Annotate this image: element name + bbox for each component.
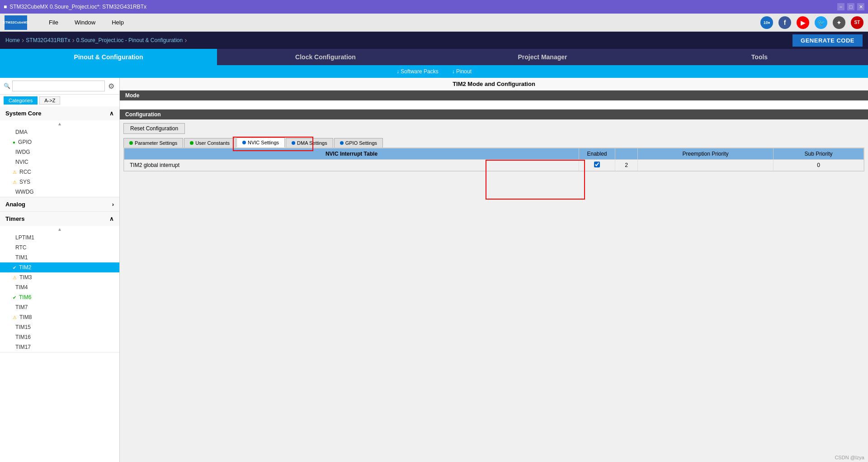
gpio-status-icon: ●	[13, 140, 15, 145]
sidebar-item-tim3[interactable]: ⚠ TIM3	[0, 272, 119, 282]
tab-clock[interactable]: Clock Configuration	[217, 49, 434, 65]
sidebar: 🔍 ⚙ Categories A->Z System Core ∧ ▲ DMA	[0, 78, 120, 462]
tim8-status-icon: ⚠	[13, 315, 17, 320]
timers-scroll-up: ▲	[0, 226, 119, 233]
system-core-header[interactable]: System Core ∧	[0, 106, 119, 120]
tab-project[interactable]: Project Manager	[434, 49, 651, 65]
sidebar-item-rtc[interactable]: RTC	[0, 243, 119, 252]
tab-gpio-settings[interactable]: GPIO Settings	[334, 138, 383, 148]
tim2-status-icon: ✔	[13, 265, 16, 270]
config-section-header: Configuration	[120, 110, 868, 119]
sidebar-item-tim2[interactable]: ✔ TIM2	[0, 262, 119, 272]
settings-icon[interactable]: ⚙	[107, 81, 116, 90]
help-menu[interactable]: Help	[108, 17, 127, 28]
enabled-cell	[579, 160, 615, 171]
file-menu[interactable]: File	[45, 17, 62, 28]
sidebar-item-tim17[interactable]: TIM17	[0, 342, 119, 352]
analog-header[interactable]: Analog ›	[0, 197, 119, 211]
search-icon: 🔍	[4, 83, 10, 89]
content-area: TIM2 Mode and Configuration Mode Configu…	[120, 78, 868, 462]
youtube-icon[interactable]: ▶	[797, 16, 809, 29]
search-input[interactable]	[12, 81, 105, 91]
sidebar-item-tim7[interactable]: TIM7	[0, 302, 119, 312]
main-area: 🔍 ⚙ Categories A->Z System Core ∧ ▲ DMA	[0, 78, 868, 462]
tab-pinout[interactable]: Pinout & Configuration	[0, 49, 217, 65]
sidebar-item-tim6[interactable]: ✔ TIM6	[0, 292, 119, 302]
param-tab-dot	[129, 141, 133, 145]
enabled-checkbox[interactable]	[594, 162, 600, 167]
app-title: ■ STM32CubeMX 0.Soure_Project.ioc*: STM3…	[4, 4, 146, 10]
rcc-status-icon: ⚠	[13, 170, 17, 175]
sys-status-icon: ⚠	[13, 180, 17, 185]
menu-bar: STM32 CubeMX File Window Help 10♦ f ▶ 🐦 …	[0, 14, 868, 32]
network-icon[interactable]: ✦	[833, 16, 845, 29]
value-cell: 2	[615, 160, 638, 171]
nvic-table: NVIC Interrupt Table Enabled Preemption …	[124, 148, 864, 171]
categories-tab[interactable]: Categories	[4, 96, 38, 105]
tab-dma-settings[interactable]: DMA Settings	[286, 138, 333, 148]
close-button[interactable]: ✕	[857, 3, 864, 10]
category-tabs: Categories A->Z	[0, 95, 119, 106]
sub-priority-cell: 0	[774, 160, 864, 171]
sub-nav: ↓ Software Packs ↓ Pinout	[0, 65, 868, 78]
sidebar-item-tim16[interactable]: TIM16	[0, 332, 119, 342]
sidebar-item-dma[interactable]: DMA	[0, 127, 119, 137]
generate-code-button[interactable]: GENERATE CODE	[793, 34, 863, 47]
nvic-table-container: NVIC Interrupt Table Enabled Preemption …	[123, 148, 864, 171]
enabled-col-header: Enabled	[579, 148, 615, 160]
st-icon[interactable]: ST	[851, 16, 863, 29]
user-const-tab-dot	[190, 141, 193, 145]
sidebar-item-lptim1[interactable]: LPTIM1	[0, 233, 119, 243]
mode-section-body	[120, 100, 868, 110]
dma-tab-dot	[292, 141, 295, 145]
tim3-status-icon: ⚠	[13, 275, 17, 280]
tab-nvic-settings[interactable]: NVIC Settings	[236, 138, 285, 148]
nvic-table-title: NVIC Interrupt Table	[124, 148, 579, 160]
app-logo: STM32 CubeMX	[5, 15, 27, 30]
minimize-button[interactable]: −	[837, 3, 844, 10]
facebook-icon[interactable]: f	[778, 16, 791, 29]
sidebar-item-iwdg[interactable]: IWDG	[0, 147, 119, 157]
sidebar-item-tim15[interactable]: TIM15	[0, 322, 119, 332]
sidebar-item-tim4[interactable]: TIM4	[0, 282, 119, 292]
sidebar-group-analog: Analog ›	[0, 197, 119, 212]
title-bar: ■ STM32CubeMX 0.Soure_Project.ioc*: STM3…	[0, 0, 868, 14]
sidebar-item-gpio[interactable]: ● GPIO	[0, 137, 119, 147]
anniversary-icon[interactable]: 10♦	[760, 16, 773, 29]
az-tab[interactable]: A->Z	[39, 96, 60, 105]
breadcrumb: Home › STM32G431RBTx › 0.Soure_Project.i…	[0, 32, 868, 49]
tab-parameter-settings[interactable]: Parameter Settings	[123, 138, 183, 148]
sidebar-scroll: System Core ∧ ▲ DMA ● GPIO IWDG	[0, 106, 119, 462]
watermark: CSDN @Izya	[835, 455, 864, 460]
sidebar-item-wwdg[interactable]: WWDG	[0, 187, 119, 197]
title-icon: ■	[4, 4, 7, 10]
window-menu[interactable]: Window	[71, 17, 99, 28]
timers-header[interactable]: Timers ∧	[0, 212, 119, 226]
sidebar-item-nvic[interactable]: NVIC	[0, 157, 119, 167]
sidebar-item-sys[interactable]: ⚠ SYS	[0, 177, 119, 187]
tab-user-constants[interactable]: User Constants	[184, 138, 236, 148]
breadcrumb-device[interactable]: STM32G431RBTx	[26, 37, 70, 43]
pinout-nav[interactable]: ↓ Pinout	[452, 68, 472, 75]
preemption-col-header: Preemption Priority	[638, 148, 774, 160]
breadcrumb-project[interactable]: 0.Soure_Project.ioc - Pinout & Configura…	[76, 37, 183, 43]
sidebar-item-tim8[interactable]: ⚠ TIM8	[0, 312, 119, 322]
software-packs-nav[interactable]: ↓ Software Packs	[396, 68, 439, 75]
tim6-status-icon: ✔	[13, 295, 16, 300]
twitter-icon[interactable]: 🐦	[815, 16, 827, 29]
breadcrumb-home[interactable]: Home	[5, 37, 20, 43]
social-icons: 10♦ f ▶ 🐦 ✦ ST	[760, 16, 863, 29]
title-text: STM32CubeMX 0.Soure_Project.ioc*: STM32G…	[9, 4, 146, 10]
maximize-button[interactable]: □	[847, 3, 854, 10]
reset-configuration-button[interactable]: Reset Configuration	[123, 123, 185, 134]
sidebar-item-tim1[interactable]: TIM1	[0, 252, 119, 262]
mode-section-header: Mode	[120, 90, 868, 100]
logo-area: STM32 CubeMX	[5, 15, 27, 30]
sidebar-item-rcc[interactable]: ⚠ RCC	[0, 167, 119, 177]
main-tab-nav: Pinout & Configuration Clock Configurati…	[0, 49, 868, 65]
preemption-priority-cell	[638, 160, 774, 171]
interrupt-name-cell: TIM2 global interrupt	[124, 160, 579, 171]
config-section: Reset Configuration Parameter Settings U…	[120, 119, 868, 175]
tab-tools[interactable]: Tools	[651, 49, 868, 65]
window-controls: − □ ✕	[837, 3, 864, 10]
